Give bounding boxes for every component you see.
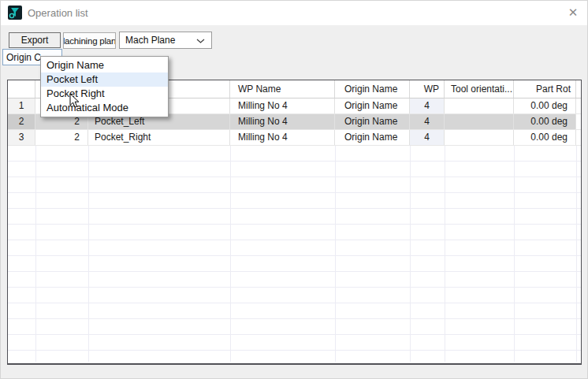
cell-tool-orientation[interactable] — [445, 98, 514, 113]
cell-tool-orientation[interactable] — [445, 130, 514, 145]
cell-filler — [576, 98, 581, 113]
empty-grid-area — [8, 146, 581, 362]
cell-tool-orientation[interactable] — [445, 114, 514, 129]
mach-plane-value: Mach Plane — [125, 35, 175, 46]
chevron-down-icon — [196, 39, 205, 43]
cell-filler — [576, 130, 581, 145]
header-filler — [576, 80, 581, 98]
cell-filler — [576, 114, 581, 129]
cell-wp-name[interactable]: Milling No 4 — [230, 114, 335, 129]
header-origin-name[interactable]: Origin Name — [335, 80, 410, 98]
cell-part-rotation[interactable]: 0.00 deg — [514, 114, 576, 129]
cell-row-number[interactable]: 2 — [8, 114, 35, 129]
cell-origin-name[interactable]: Origin Name — [335, 98, 410, 113]
dropdown-item-automatical-mode[interactable]: Automatical Mode — [41, 101, 168, 115]
table-row[interactable]: 3 2 Pocket_Right Milling No 4 Origin Nam… — [8, 130, 581, 146]
origin-channel-value: Origin C — [6, 52, 41, 63]
header-tool-orientation[interactable]: Tool orientati... — [445, 80, 514, 98]
header-part-rotation[interactable]: Part Rot — [514, 80, 576, 98]
cell-seq[interactable]: 2 — [35, 130, 88, 145]
cell-name[interactable]: Pocket_Right — [88, 130, 230, 145]
mach-plane-select[interactable]: Mach Plane — [119, 32, 212, 49]
cell-origin-name[interactable]: Origin Name — [335, 130, 410, 145]
cell-wp[interactable]: 4 — [410, 98, 445, 113]
cell-wp-name[interactable]: Milling No 4 — [230, 98, 335, 113]
close-icon[interactable]: ✕ — [565, 5, 581, 20]
cell-wp-name[interactable]: Milling No 4 — [230, 130, 335, 145]
export-button[interactable]: Export — [9, 32, 61, 48]
app-icon — [8, 6, 22, 20]
cell-row-number[interactable]: 3 — [8, 130, 35, 145]
operation-table: WP Name Origin Name WP Tool orientati...… — [7, 80, 582, 365]
origin-dropdown-list: Origin Name Pocket Left Pocket Right Aut… — [40, 56, 169, 117]
cell-row-number[interactable]: 1 — [8, 98, 35, 113]
title-bar: Operation list ✕ — [1, 1, 587, 25]
header-wp-name[interactable]: WP Name — [230, 80, 335, 98]
cell-origin-name[interactable]: Origin Name — [335, 114, 410, 129]
machining-plan-button[interactable]: lachining plan — [63, 32, 116, 49]
cell-part-rotation[interactable]: 0.00 deg — [514, 98, 576, 113]
cell-wp[interactable]: 4 — [410, 130, 445, 145]
header-wp[interactable]: WP — [410, 80, 445, 98]
dropdown-item-pocket-right[interactable]: Pocket Right — [41, 87, 168, 101]
cell-wp[interactable]: 4 — [410, 114, 445, 129]
dropdown-item-origin-name[interactable]: Origin Name — [41, 58, 168, 72]
cell-part-rotation[interactable]: 0.00 deg — [514, 130, 576, 145]
header-row-selector[interactable] — [8, 80, 35, 98]
window-title: Operation list — [28, 7, 88, 19]
dropdown-item-pocket-left[interactable]: Pocket Left — [41, 72, 168, 87]
operation-list-window: Operation list ✕ Export lachining plan M… — [0, 0, 588, 379]
